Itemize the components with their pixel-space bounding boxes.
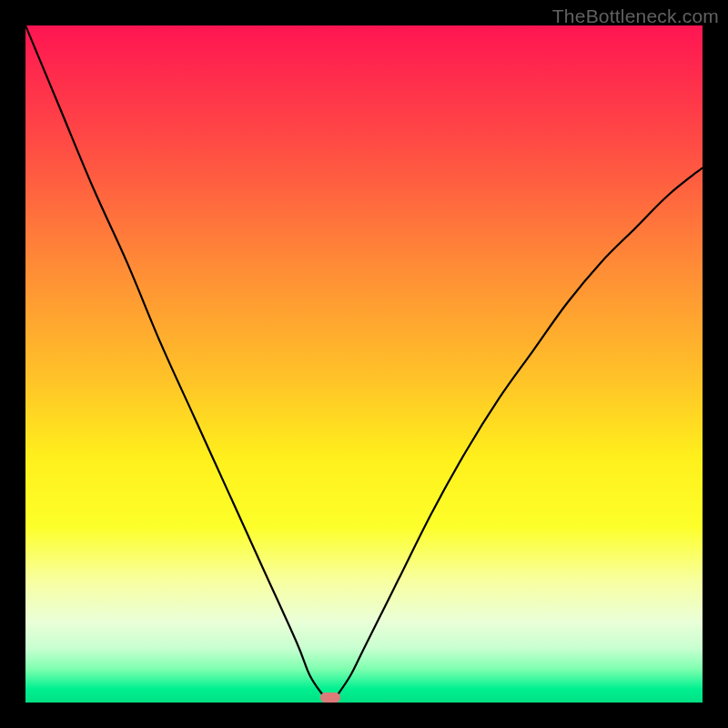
curve-left-branch	[25, 25, 323, 696]
chart-frame: TheBottleneck.com	[0, 0, 728, 728]
curve-svg	[25, 25, 703, 703]
watermark-text: TheBottleneck.com	[552, 5, 719, 27]
plot-area	[25, 25, 703, 703]
minimum-marker	[320, 693, 340, 703]
curve-right-branch	[337, 167, 703, 695]
